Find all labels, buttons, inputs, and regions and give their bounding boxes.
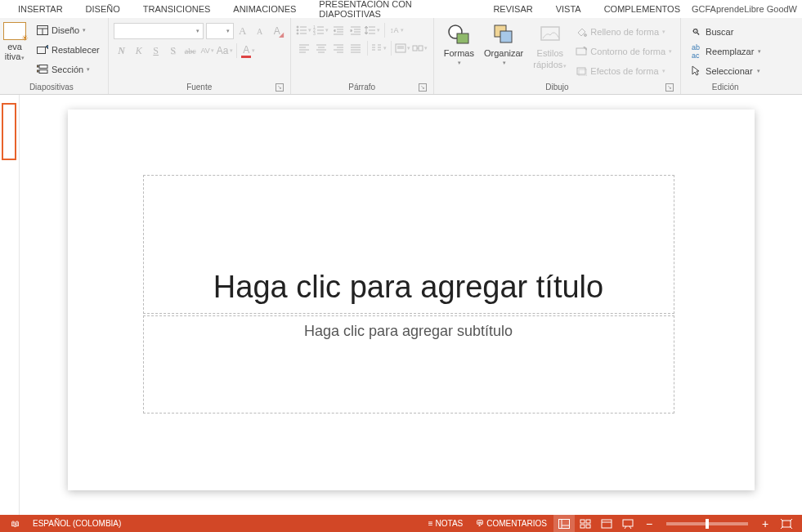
group-label-fuente: Fuente↘ — [114, 81, 285, 94]
text-direction-button[interactable]: ↕A▾ — [388, 23, 405, 38]
shape-fill-button[interactable]: Relleno de forma▾ — [571, 24, 675, 40]
shape-fill-icon — [575, 25, 588, 38]
section-button[interactable]: Sección▾ — [33, 61, 103, 78]
layout-button[interactable]: Diseño▾ — [33, 22, 103, 38]
char-spacing-button[interactable]: AV▾ — [199, 42, 216, 59]
fuente-dialog-launcher[interactable]: ↘ — [276, 83, 284, 92]
normal-view-button[interactable] — [553, 515, 575, 532]
shape-effects-button[interactable]: Efectos de forma▾ — [571, 63, 675, 79]
svg-rect-62 — [413, 46, 417, 51]
replace-icon: abac — [689, 45, 702, 58]
fit-window-button[interactable] — [776, 515, 797, 532]
shadow-button[interactable]: S — [165, 42, 181, 59]
line-spacing-button[interactable]: ▾ — [365, 23, 381, 38]
arrange-button[interactable]: Organizar▾ — [479, 20, 528, 68]
svg-marker-35 — [365, 33, 368, 34]
new-slide-icon — [3, 22, 26, 40]
reset-icon — [36, 43, 49, 56]
svg-rect-66 — [457, 34, 468, 43]
grow-font-button[interactable]: A — [235, 23, 251, 39]
select-icon — [689, 65, 702, 78]
tab-transiciones[interactable]: TRANSICIONES — [132, 2, 222, 16]
reset-button[interactable]: Restablecer — [33, 42, 103, 58]
decrease-indent-button[interactable] — [330, 23, 347, 38]
subtitle-placeholder[interactable]: Haga clic para agregar subtítulo — [143, 315, 674, 414]
replace-button[interactable]: abac Reemplazar▾ — [686, 43, 764, 60]
group-dibujo: Formas▾ Organizar▾ Estilos rápidos▾ Rell… — [434, 18, 681, 94]
bold-button[interactable]: N — [114, 42, 130, 59]
svg-rect-86 — [782, 521, 791, 527]
slideshow-view-button[interactable] — [617, 515, 638, 532]
find-button[interactable]: 🔍︎ Buscar — [686, 24, 737, 40]
svg-point-10 — [297, 33, 298, 34]
increase-indent-button[interactable] — [347, 23, 364, 38]
slide-canvas[interactable]: Haga clic para agregar título Haga clic … — [20, 95, 802, 515]
svg-marker-34 — [365, 26, 368, 28]
align-text-button[interactable]: ▾ — [395, 41, 411, 56]
svg-rect-7 — [37, 70, 38, 72]
tab-revisar[interactable]: REVISAR — [482, 2, 544, 16]
shapes-button[interactable]: Formas▾ — [439, 20, 479, 68]
font-size-combo[interactable]: ▾ — [206, 23, 234, 39]
italic-button[interactable]: K — [131, 42, 147, 59]
tab-complementos[interactable]: COMPLEMENTOS — [593, 2, 692, 16]
shape-outline-icon — [575, 45, 588, 58]
user-name[interactable]: GCFAprendeLibre GoodW — [692, 4, 802, 14]
group-fuente: ▾ ▾ A A A◢ N K S S abc AV▾ Aa▾ A▾ Fuente… — [109, 18, 291, 94]
underline-button[interactable]: S — [148, 42, 164, 59]
group-label-diapositivas: Diapositivas — [0, 81, 103, 94]
new-slide-button[interactable]: eva itiva▾ — [0, 20, 29, 63]
svg-rect-69 — [541, 27, 559, 40]
zoom-out-button[interactable]: − — [638, 515, 660, 532]
workspace: Haga clic para agregar título Haga clic … — [0, 95, 802, 515]
bullets-button[interactable]: ▾ — [296, 23, 312, 38]
change-case-button[interactable]: Aa▾ — [217, 42, 233, 59]
language-button[interactable]: ESPAÑOL (COLOMBIA) — [26, 515, 128, 532]
align-justify-button[interactable] — [347, 41, 364, 56]
slide-thumbnail-1[interactable] — [2, 103, 16, 160]
tab-insertar[interactable]: INSERTAR — [7, 2, 74, 16]
comments-button[interactable]: 💬︎COMENTARIOS — [469, 515, 553, 532]
svg-rect-74 — [559, 519, 570, 528]
zoom-slider[interactable] — [666, 522, 748, 525]
numbering-button[interactable]: 123▾ — [313, 23, 329, 38]
clear-format-button[interactable]: A◢ — [269, 23, 285, 39]
thumbnail-panel — [0, 95, 20, 515]
smartart-button[interactable]: ▾ — [412, 41, 428, 56]
select-button[interactable]: Seleccionar▾ — [686, 63, 763, 79]
title-placeholder[interactable]: Haga clic para agregar título — [143, 175, 674, 314]
quick-styles-icon — [538, 22, 562, 47]
svg-rect-6 — [37, 65, 38, 67]
new-slide-label-1: eva — [7, 42, 22, 51]
svg-marker-24 — [334, 29, 335, 32]
svg-rect-80 — [586, 525, 590, 528]
shapes-icon — [446, 22, 471, 47]
align-left-button[interactable] — [296, 41, 312, 56]
align-right-button[interactable] — [330, 41, 347, 56]
svg-point-70 — [585, 34, 587, 37]
font-family-combo[interactable]: ▾ — [114, 23, 204, 39]
subtitle-placeholder-text: Haga clic para agregar subtítulo — [304, 323, 513, 340]
parrafo-dialog-launcher[interactable]: ↘ — [419, 83, 427, 92]
tab-animaciones[interactable]: ANIMACIONES — [222, 2, 307, 16]
notes-button[interactable]: ≡NOTAS — [422, 515, 470, 532]
layout-icon — [36, 24, 49, 37]
spellcheck-button[interactable]: 📖︎ — [5, 515, 26, 532]
zoom-in-button[interactable]: + — [755, 515, 776, 532]
shape-outline-button[interactable]: Contorno de forma▾ — [571, 43, 675, 60]
columns-button[interactable]: ▾ — [371, 41, 388, 56]
strike-button[interactable]: abc — [182, 42, 199, 59]
sorter-view-button[interactable] — [575, 515, 596, 532]
reading-view-button[interactable] — [596, 515, 617, 532]
notes-icon: ≡ — [428, 519, 433, 528]
shape-effects-icon — [575, 65, 588, 78]
slide: Haga clic para agregar título Haga clic … — [68, 110, 755, 490]
quick-styles-button[interactable]: Estilos rápidos▾ — [528, 20, 571, 71]
font-color-button[interactable]: A▾ — [240, 42, 257, 59]
svg-text:↕A: ↕A — [390, 26, 399, 34]
tab-vista[interactable]: VISTA — [544, 2, 593, 16]
dibujo-dialog-launcher[interactable]: ↘ — [665, 83, 674, 92]
tab-diseno[interactable]: DISEÑO — [74, 2, 132, 16]
shrink-font-button[interactable]: A — [252, 23, 268, 39]
align-center-button[interactable] — [313, 41, 329, 56]
